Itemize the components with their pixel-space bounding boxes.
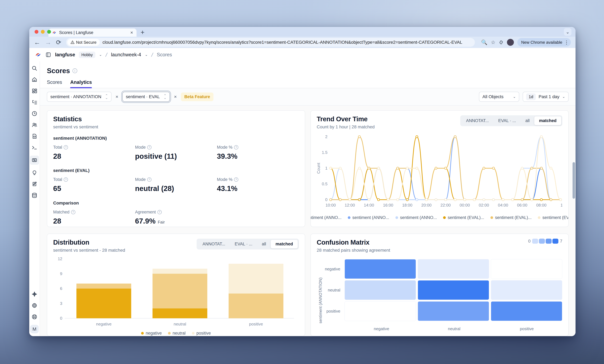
updown-chevrons-icon: ⌃⌄ [105,95,108,99]
trend-view-toggle: ANNOTAT... EVAL · ... all matched [460,115,562,126]
project-chevron-icon[interactable]: ⌄ [145,53,148,57]
tab-title: Scores | Langfuse [59,30,128,35]
zoom-icon[interactable]: 🔍 [481,39,488,45]
confusion-matrix: sentiment (ANNOTATION) negativeneutralpo… [317,259,563,336]
breadcrumb-project[interactable]: launchweek-4 [111,52,141,58]
metric-modepct-annotation: Mode %? 39.3% [217,145,299,161]
minimize-window-button[interactable] [41,30,45,34]
scale-swatch [539,239,545,244]
upgrade-sparkle-icon[interactable] [31,291,38,298]
maximize-window-button[interactable] [47,30,51,34]
matrix-cell[interactable] [418,280,489,300]
toggle-matched[interactable]: matched [534,116,561,125]
page-title: Scores [47,67,70,75]
kebab-menu-icon[interactable]: ⋮ [564,40,569,45]
toggle-matched[interactable]: matched [271,240,298,248]
sidebar-toggle-icon[interactable] [45,52,51,58]
users-icon[interactable] [31,122,38,128]
toggle-annotation[interactable]: ANNOTAT... [198,240,230,248]
new-tab-button[interactable]: + [141,29,145,36]
sessions-clock-icon[interactable] [31,110,38,117]
matrix-cell[interactable] [344,259,416,279]
chrome-update-pill[interactable]: New Chrome available ⋮ [517,38,571,47]
breadcrumb-org[interactable]: langfuse [55,52,75,58]
matrix-cell[interactable] [491,259,562,279]
tracing-icon[interactable] [31,99,38,106]
bookmark-star-icon[interactable]: ☆ [491,39,495,45]
security-chip[interactable]: Not Secure [67,39,100,46]
toggle-all[interactable]: all [521,116,534,125]
statistics-title: Statistics [53,115,299,123]
address-bar[interactable]: Not Secure cloud.langfuse.com/project/cm… [66,38,475,47]
help-icon[interactable]: ? [234,145,238,150]
matrix-cell[interactable] [491,280,562,300]
scale-swatch [532,239,538,244]
user-avatar[interactable]: M [30,325,39,333]
tab-search-button[interactable]: ⌄ [564,28,571,36]
playground-terminal-icon[interactable] [31,144,38,151]
remove-score2-button[interactable]: × [173,94,178,100]
confusion-matrix-card: Confusion Matrix 28 matched pairs showin… [311,234,569,336]
remove-score1-button[interactable]: × [115,94,119,100]
score1-select[interactable]: sentiment · ANNOTATION ⌃⌄ [47,92,112,102]
section-heading: sentiment (ANNOTATION) [53,136,299,141]
help-icon[interactable]: ? [157,210,162,214]
help-icon[interactable]: ? [71,210,75,214]
home-icon[interactable] [31,76,38,83]
distribution-view-toggle: ANNOTAT... EVAL · ... all matched [197,239,299,250]
browser-tab[interactable]: Scores | Langfuse × [49,28,137,37]
datasets-database-icon[interactable] [31,192,38,199]
help-icon[interactable]: ? [147,145,151,150]
tab-scores[interactable]: Scores [47,79,62,88]
reload-icon[interactable]: ⟳ [56,39,61,45]
help-icon[interactable]: ? [147,177,151,182]
forward-icon[interactable]: → [45,39,51,45]
toggle-eval[interactable]: EVAL · ... [493,116,521,125]
back-icon[interactable]: ← [34,39,40,45]
time-range-select[interactable]: 1d Past 1 day ⌄ [523,92,569,102]
matrix-cell[interactable] [344,301,416,321]
matrix-cell[interactable] [344,280,416,300]
metric-modepct-eval: Mode %? 43.1% [217,177,299,193]
close-window-button[interactable] [35,30,38,34]
help-icon[interactable]: ? [64,177,68,182]
evaluation-lamp-icon[interactable] [31,169,38,176]
prompts-icon[interactable] [31,133,38,139]
extensions-icon[interactable] [499,40,503,45]
dashboards-icon[interactable] [31,88,38,94]
sidebar: M [29,62,40,336]
row-label: neutral [324,280,343,300]
legend-dot [491,216,493,219]
toggle-annotation[interactable]: ANNOTAT... [461,116,494,125]
window-controls[interactable] [35,30,51,34]
metric-total-annotation: Total? 28 [53,145,135,161]
score2-select[interactable]: sentiment · EVAL ⌃⌄ [122,92,170,102]
svg-text:0: 0 [60,316,62,321]
matrix-cell[interactable] [418,301,489,321]
statistics-card: Statistics sentiment vs sentiment sentim… [47,110,305,227]
scores-icon[interactable] [30,156,39,165]
help-icon[interactable]: ? [64,145,68,150]
svg-text:10:0: 10:0 [560,203,562,207]
trend-subtitle: Count by 1 hour | 28 matched [317,125,375,129]
matrix-cell[interactable] [491,301,562,321]
toggle-eval[interactable]: EVAL · ... [230,240,257,248]
org-chevron-icon[interactable]: ⌄ [99,53,102,57]
matrix-cell[interactable] [418,259,489,279]
tab-analytics[interactable]: Analytics [70,79,92,88]
support-lifebuoy-icon[interactable] [31,314,38,320]
profile-avatar[interactable] [507,39,514,46]
close-tab-icon[interactable]: × [130,30,133,35]
object-type-select[interactable]: All Objects ⌄ [479,92,519,102]
url-text[interactable]: cloud.langfuse.com/project/cmhnuoj660007… [102,40,471,45]
settings-gear-icon[interactable] [31,302,38,309]
svg-text:22:00: 22:00 [440,203,451,207]
breadcrumb-page: Scores [157,52,172,58]
page-scrollbar[interactable] [573,162,575,199]
toggle-all[interactable]: all [257,240,271,248]
page-info-icon[interactable]: i [73,68,77,73]
analytics-grid: Statistics sentiment vs sentiment sentim… [40,106,576,336]
annotation-icon[interactable] [31,181,38,187]
search-icon[interactable] [31,65,38,72]
help-icon[interactable]: ? [234,177,238,182]
